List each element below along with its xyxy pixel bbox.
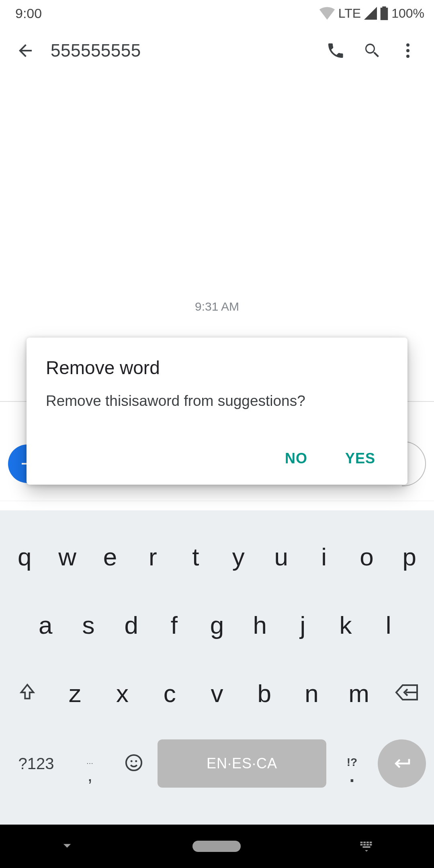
dialog-yes-button[interactable]: YES: [340, 444, 380, 473]
dialog-title: Remove word: [46, 357, 388, 379]
dialog-actions: NO YES: [46, 444, 388, 473]
dialog-scrim[interactable]: Remove word Remove thisisaword from sugg…: [0, 0, 434, 868]
dialog-no-button[interactable]: NO: [280, 444, 312, 473]
dialog-body: Remove thisisaword from suggestions?: [46, 391, 388, 411]
remove-word-dialog: Remove word Remove thisisaword from sugg…: [27, 338, 407, 485]
